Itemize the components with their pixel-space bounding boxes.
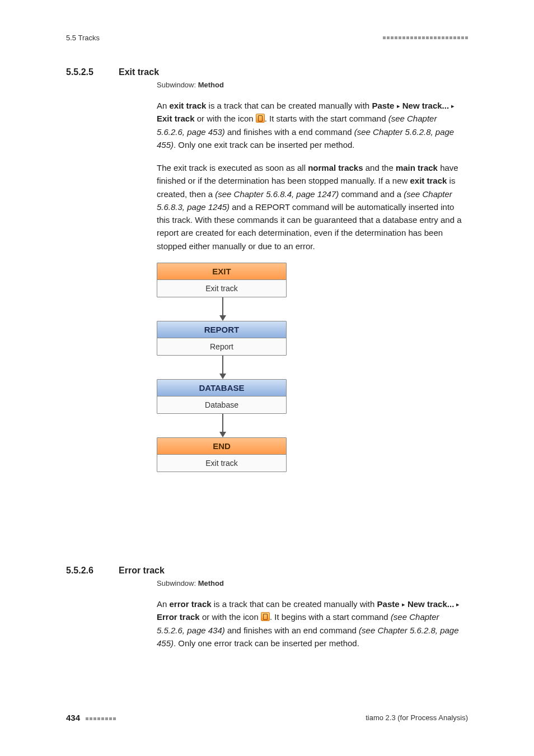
paragraph: An exit track is a track that can be cre…	[157, 99, 466, 151]
diagram-head: END	[157, 438, 286, 455]
footer-product: tiamo 2.3 (for Process Analysis)	[366, 713, 468, 722]
paragraph: The exit track is executed as soon as al…	[157, 161, 466, 253]
diagram-block-database: DATABASE Database	[157, 379, 287, 414]
diagram-arrow-icon	[157, 297, 288, 321]
diagram-label: Report	[157, 338, 286, 355]
menu-separator-icon: ▸	[397, 102, 400, 109]
subwindow-label: Subwindow: Method	[157, 81, 468, 89]
diagram-block-end: END Exit track	[157, 437, 287, 472]
menu-separator-icon: ▸	[451, 102, 455, 109]
diagram-label: Exit track	[157, 280, 286, 297]
diagram-arrow-icon	[157, 356, 288, 379]
exit-track-icon	[256, 114, 265, 123]
section-error-track: 5.5.2.6 Error track Subwindow: Method An…	[66, 566, 468, 650]
section-title: Error track	[119, 566, 165, 576]
page-header: 5.5 Tracks	[66, 34, 468, 42]
diagram-label: Database	[157, 396, 286, 413]
footer-ornament	[86, 717, 116, 720]
page-number: 434	[66, 713, 80, 722]
exit-track-diagram: EXIT Exit track REPORT Report DATABASE D…	[157, 263, 288, 472]
header-ornament	[383, 36, 468, 39]
section-heading: 5.5.2.6 Error track	[66, 566, 468, 576]
subwindow-label: Subwindow: Method	[157, 579, 468, 587]
section-heading: 5.5.2.5 Exit track	[66, 67, 468, 77]
diagram-block-exit: EXIT Exit track	[157, 263, 287, 297]
error-track-icon	[261, 612, 270, 621]
diagram-head: REPORT	[157, 321, 286, 338]
menu-separator-icon: ▸	[456, 601, 460, 608]
section-exit-track: 5.5.2.5 Exit track Subwindow: Method An …	[66, 67, 468, 472]
page-footer: 434 tiamo 2.3 (for Process Analysis)	[66, 713, 468, 722]
paragraph: An error track is a track that can be cr…	[157, 598, 466, 650]
diagram-block-report: REPORT Report	[157, 321, 287, 356]
footer-left: 434	[66, 713, 116, 722]
header-section-ref: 5.5 Tracks	[66, 34, 100, 42]
section-number: 5.5.2.5	[66, 67, 106, 77]
diagram-head: EXIT	[157, 263, 286, 280]
diagram-label: Exit track	[157, 455, 286, 472]
diagram-arrow-icon	[157, 414, 288, 437]
menu-separator-icon: ▸	[402, 601, 405, 608]
section-number: 5.5.2.6	[66, 566, 106, 576]
diagram-head: DATABASE	[157, 380, 286, 396]
section-title: Exit track	[119, 67, 159, 77]
